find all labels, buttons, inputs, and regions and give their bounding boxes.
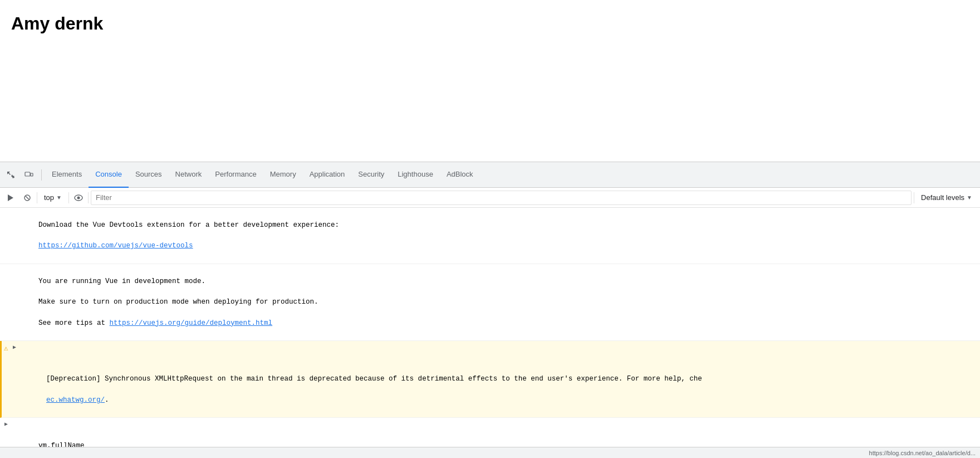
svg-line-4 — [26, 196, 29, 199]
input-arrow-icon: ▶ — [4, 420, 8, 428]
status-bar-url: https://blog.csdn.net/ao_dala/article/d.… — [869, 450, 976, 456]
toolbar-divider-4 — [914, 192, 914, 203]
run-script-icon[interactable] — [3, 191, 18, 205]
tab-security[interactable]: Security — [351, 162, 391, 188]
clear-console-icon[interactable] — [20, 191, 35, 205]
tab-memory[interactable]: Memory — [263, 162, 303, 188]
svg-rect-1 — [31, 173, 33, 176]
devtools-tab-bar: Elements Console Sources Network Perform… — [0, 162, 980, 188]
svg-rect-0 — [25, 172, 30, 176]
tab-application[interactable]: Application — [303, 162, 352, 188]
chevron-down-icon-levels: ▼ — [967, 194, 972, 201]
svg-marker-2 — [8, 194, 13, 201]
expand-triangle[interactable]: ▶ — [13, 343, 16, 352]
tab-network[interactable]: Network — [169, 162, 209, 188]
svg-point-6 — [77, 196, 80, 199]
toolbar-divider-2 — [68, 192, 69, 203]
tab-adblock[interactable]: AdBlock — [440, 162, 480, 188]
console-output: Download the Vue Devtools extension for … — [0, 208, 980, 447]
warning-icon: ⚠ — [4, 343, 8, 354]
tab-sources[interactable]: Sources — [129, 162, 169, 188]
whatwg-link[interactable]: ec.whatwg.org/ — [46, 396, 105, 404]
tab-elements[interactable]: Elements — [45, 162, 89, 188]
console-message-vue-dev: You are running Vue in development mode.… — [0, 264, 980, 341]
toolbar-divider-3 — [88, 192, 89, 203]
device-toolbar-icon[interactable] — [20, 166, 38, 184]
vue-devtools-link[interactable]: https://github.com/vuejs/vue-devtools — [38, 242, 193, 250]
context-selector[interactable]: top ▼ — [40, 191, 66, 205]
filter-input[interactable] — [91, 191, 912, 205]
page-title: Amy dernk — [11, 13, 969, 34]
eye-icon[interactable] — [71, 191, 86, 205]
console-input-vm-fullname: ▶ vm.fullName — [0, 418, 980, 447]
toolbar-divider — [37, 192, 37, 203]
tab-performance[interactable]: Performance — [208, 162, 263, 188]
tab-console[interactable]: Console — [89, 162, 129, 188]
chevron-down-icon: ▼ — [56, 194, 62, 201]
log-levels-button[interactable]: Default levels ▼ — [917, 191, 977, 205]
console-message-deprecation: ⚠ ▶ [Deprecation] Synchronous XMLHttpReq… — [0, 341, 980, 418]
vue-deployment-link[interactable]: https://vuejs.org/guide/deployment.html — [110, 319, 273, 327]
status-bar: https://blog.csdn.net/ao_dala/article/d.… — [0, 447, 980, 458]
tab-lighthouse[interactable]: Lighthouse — [391, 162, 440, 188]
devtools-panel: Elements Console Sources Network Perform… — [0, 162, 980, 458]
console-message-vue-devtools: Download the Vue Devtools extension for … — [0, 208, 980, 264]
tab-divider — [41, 169, 42, 181]
inspect-element-icon[interactable] — [2, 166, 20, 184]
console-toolbar: top ▼ Default levels ▼ — [0, 188, 980, 208]
